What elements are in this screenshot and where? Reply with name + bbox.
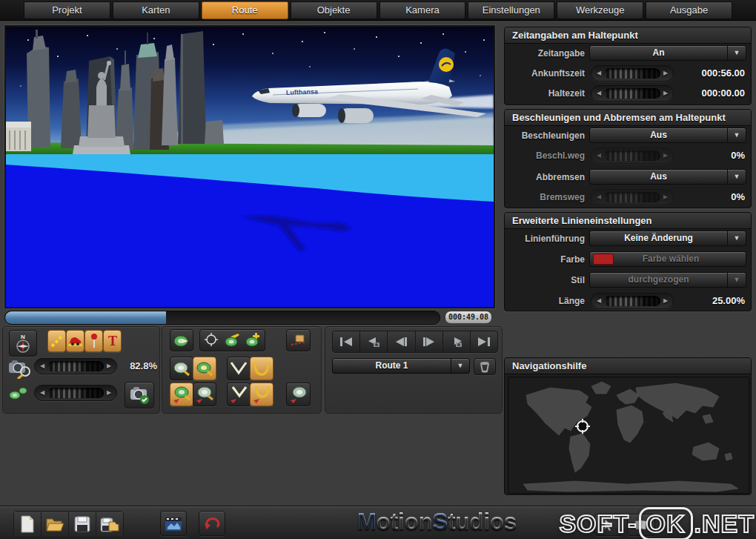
slider-increase-arrow[interactable]: ▶ [660,294,671,308]
zoom-decrease-arrow[interactable]: ◀ [37,359,47,374]
prev-zoom-waypoint-button[interactable] [170,383,193,406]
laenge-slider[interactable]: ◀ ▶ [591,293,674,309]
text-object-button[interactable]: T [103,330,122,352]
waypoint-transport-bar [332,331,498,353]
slider-increase-arrow[interactable]: ▶ [660,66,671,81]
zoom-slider-dial[interactable] [47,361,104,371]
slider-dial[interactable] [604,88,660,99]
airline-title: Lufthansa [286,87,319,96]
tab-route[interactable]: Route [202,1,288,19]
v-curve-apply-icon [230,386,248,403]
linienfuehrung-label: Linienführung [505,231,585,247]
zoom-waypoint-out-button[interactable] [170,357,193,380]
save-project-button[interactable] [69,512,96,537]
zoom-increase-arrow[interactable]: ▶ [104,359,114,374]
step-back-button[interactable] [388,331,415,352]
height-decrease-arrow[interactable]: ◀ [37,386,47,400]
save-as-button[interactable] [96,512,123,537]
apply-camera-button[interactable] [125,382,154,409]
line-shape-v-button[interactable] [227,357,251,380]
beschleunigen-label: Beschleunigen [505,128,585,144]
slider-dial[interactable] [604,68,660,79]
slider-dial[interactable] [604,296,660,306]
tab-objekte[interactable]: Objekte [291,1,377,19]
timecode-display: 000:49.08 [445,311,492,324]
farbe-waehlen-button[interactable]: Farbe wählen [589,251,746,267]
compass-button[interactable]: N [9,330,37,357]
route-selection-panel: Route 1 ▼ [325,326,503,414]
apply-v-curve-button[interactable] [227,383,251,406]
beschleunigen-dropdown[interactable]: Aus ▼ [589,128,746,143]
abbremsen-dropdown[interactable]: Aus ▼ [589,169,746,185]
tab-einstellungen[interactable]: Einstellungen [468,1,554,19]
slider-decrease-arrow[interactable]: ◀ [594,294,604,308]
tab-werkzeuge[interactable]: Werkzeuge [557,1,643,19]
motionstudios-logo: MotionStudios [357,509,517,535]
height-slider[interactable]: ◀ ▶ [34,385,117,401]
slider-increase-arrow: ▶ [660,190,671,205]
zoom-waypoint-in-button[interactable] [193,357,216,380]
waypoint-add-icon [245,332,262,347]
chevron-down-icon[interactable]: ▼ [727,170,746,184]
slider-decrease-arrow[interactable]: ◀ [594,86,604,101]
car-icon [68,335,82,347]
vehicle-object-button[interactable] [66,330,84,352]
height-slider-dial[interactable] [47,388,104,398]
step-forward-button[interactable] [416,331,443,352]
flag-pin-button[interactable] [84,330,103,352]
object-route-button[interactable] [286,329,311,351]
clapperboard-icon [165,515,182,532]
zeitangabe-dropdown[interactable]: An ▼ [589,45,746,61]
height-increase-arrow[interactable]: ▶ [104,386,114,400]
chevron-down-icon[interactable]: ▼ [451,359,469,373]
prev-camera-waypoint-button[interactable] [360,331,388,352]
slider-decrease-arrow: ◀ [594,148,604,163]
timeline-scrubber[interactable] [4,311,440,325]
beschlweg-value: 0% [681,148,745,164]
prev-camera-icon [367,337,380,347]
slider-increase-arrow[interactable]: ▶ [660,86,671,101]
watermark-part: SOFT- [559,509,637,538]
haltezeit-slider[interactable]: ◀ ▶ [591,85,674,102]
world-map-navigator[interactable] [508,377,749,494]
text-tool-icon: T [107,334,119,348]
haltezeit-value: 000:00.00 [681,85,745,102]
panel-line-title: Erweiterte Linieneinstellungen [505,213,751,229]
open-project-button[interactable] [42,512,69,537]
step-back-icon [395,337,407,346]
chevron-down-icon[interactable]: ▼ [727,46,746,60]
color-swatch [593,254,614,265]
add-waypoint-button[interactable] [244,331,263,348]
last-waypoint-button[interactable] [471,331,497,352]
panel-acceleration-title: Beschleunigen und Abbremsen am Haltepunk… [505,110,751,126]
tab-ausgabe[interactable]: Ausgabe [646,1,732,19]
apply-u-curve-button[interactable] [250,383,273,406]
tab-kamera[interactable]: Kamera [379,1,466,19]
center-waypoint-button[interactable] [201,331,222,348]
undo-button[interactable] [199,511,225,536]
delete-route-button[interactable] [474,358,496,375]
edit-route-line-button[interactable] [47,330,66,352]
preview-render-button[interactable] [160,511,187,536]
tab-projekt[interactable]: Projekt [24,1,110,19]
next-camera-waypoint-button[interactable] [443,331,471,352]
route-select-dropdown[interactable]: Route 1 ▼ [332,358,470,374]
tab-karten[interactable]: Karten [113,1,199,19]
save-as-icon [100,516,119,532]
linienfuehrung-dropdown[interactable]: Keine Änderung ▼ [589,231,746,246]
chevron-down-icon[interactable]: ▼ [727,128,746,142]
new-project-button[interactable] [14,512,42,537]
crosshair-icon [204,332,219,347]
first-waypoint-button[interactable] [333,331,360,352]
line-shape-u-button[interactable] [250,357,273,380]
move-waypoint-button[interactable] [222,331,243,348]
ankunftszeit-slider[interactable]: ◀ ▶ [591,65,674,82]
zoom-slider[interactable]: ◀ ▶ [34,358,117,374]
apply-waypoint-button[interactable] [286,383,311,406]
scene-viewport[interactable]: Lufthansa [4,25,495,308]
goto-waypoint-button[interactable] [170,329,193,351]
scene-3d-render: Lufthansa [6,27,494,307]
slider-decrease-arrow[interactable]: ◀ [594,66,604,81]
chevron-down-icon[interactable]: ▼ [727,231,746,245]
next-zoom-waypoint-button[interactable] [193,383,216,406]
